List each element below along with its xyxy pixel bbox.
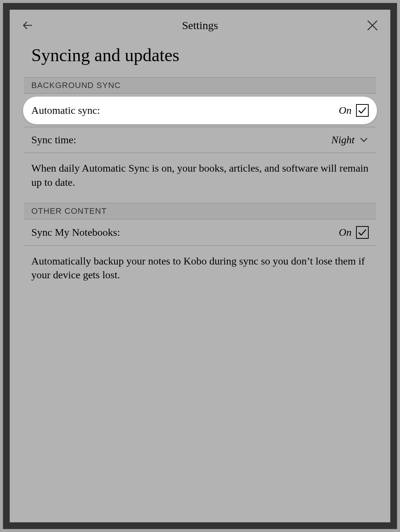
page-title: Syncing and updates (10, 38, 390, 77)
sync-notebooks-label: Sync My Notebooks: (31, 226, 120, 238)
automatic-sync-row[interactable]: Automatic sync: On (23, 97, 377, 124)
automatic-sync-label: Automatic sync: (31, 104, 100, 116)
automatic-sync-state: On (339, 104, 352, 116)
sync-time-value-group: Night (331, 134, 369, 146)
close-icon (366, 19, 378, 31)
background-sync-description: When daily Automatic Sync is on, your bo… (24, 153, 376, 203)
section-header-background-sync: BACKGROUND SYNC (24, 77, 376, 94)
automatic-sync-checkbox[interactable] (356, 104, 369, 117)
chevron-down-icon (359, 135, 369, 145)
sync-notebooks-checkbox[interactable] (356, 226, 369, 239)
header-title: Settings (35, 19, 365, 32)
sync-time-row[interactable]: Sync time: Night (24, 127, 376, 153)
header-bar: Settings (10, 10, 390, 38)
device-frame: Settings Syncing and updates BACKGROUND … (3, 3, 397, 529)
screen: Settings Syncing and updates BACKGROUND … (10, 10, 390, 522)
sync-notebooks-state: On (339, 226, 352, 238)
section-header-other-content: OTHER CONTENT (24, 203, 376, 219)
sync-notebooks-row[interactable]: Sync My Notebooks: On (24, 219, 376, 246)
sync-time-value: Night (331, 134, 355, 146)
close-button[interactable] (365, 18, 380, 33)
checkmark-icon (358, 228, 367, 237)
back-arrow-icon (21, 19, 34, 32)
sync-time-label: Sync time: (31, 134, 76, 146)
checkmark-icon (358, 106, 367, 115)
automatic-sync-value-group: On (339, 104, 369, 117)
sync-notebooks-value-group: On (339, 226, 369, 239)
back-button[interactable] (20, 18, 35, 33)
other-content-description: Automatically backup your notes to Kobo … (24, 246, 376, 296)
